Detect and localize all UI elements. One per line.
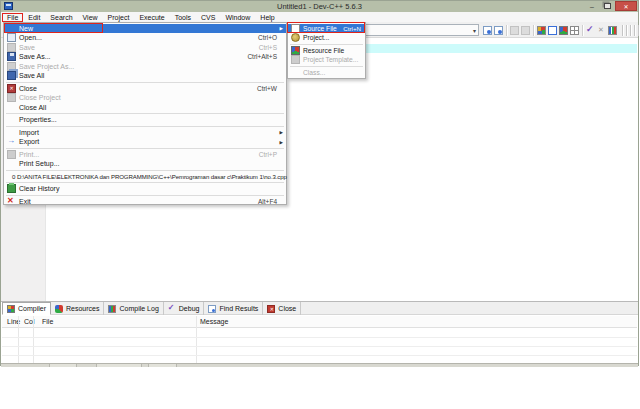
package-icon[interactable] [570,26,579,35]
tab-label: Resources [66,305,99,312]
menu-project[interactable]: Project [103,13,135,22]
compiler-table-header: Line Col File Message [2,316,637,328]
tab-find-results[interactable]: Find Results [204,302,263,315]
menu-item-save-all[interactable]: Save All [4,71,286,81]
find-results-tab-icon [208,305,216,313]
menu-item-close-project: Close Project [4,93,286,103]
project-icon [291,33,300,42]
menu-item-save-as[interactable]: Save As... Ctrl+Alt+S [4,52,286,62]
menu-item-new[interactable]: New [4,24,286,34]
tab-resources[interactable]: Resources [51,302,104,315]
restore-button[interactable] [601,1,613,11]
menu-item-clear-history[interactable]: Clear History [4,184,286,194]
menu-item-print: Print... Ctrl+P [4,150,286,160]
row-divider [2,346,637,347]
debug-tab-icon [168,305,176,313]
toolbar-separator [506,25,507,36]
menu-edit[interactable]: Edit [23,13,45,22]
menu-file[interactable]: File [2,13,23,22]
close-file-icon [7,84,16,93]
export-arrow-icon [7,137,16,146]
resource-file-icon [291,46,300,55]
submenu-item-class: Class... [288,68,365,78]
submenu-item-resource-file[interactable]: Resource File [288,46,365,56]
project-template-icon [291,55,300,64]
save-project-icon [7,62,16,71]
menu-item-save: Save Ctrl+S [4,43,286,53]
tab-label: Find Results [219,305,258,312]
menu-item-exit[interactable]: Exit Alt+F4 [4,197,286,207]
menu-item-import[interactable]: Import [4,128,286,138]
devcpp-window: Untitled1 - Dev-C++ 5.6.3 File Edit Sear… [0,0,639,366]
menu-item-close[interactable]: Close Ctrl+W [4,84,286,94]
submenu-item-source-file[interactable]: Source File Ctrl+N [288,24,365,34]
new-file-icon[interactable] [548,26,557,35]
tab-debug[interactable]: Debug [164,302,205,315]
column-file: File [42,318,53,325]
menu-item-print-setup[interactable]: Print Setup... [4,159,286,169]
open-folder-icon [7,33,16,42]
submenu-item-project[interactable]: Project... [288,33,365,43]
menu-item-open[interactable]: Open... Ctrl+O [4,33,286,43]
menu-item-recent-file[interactable]: 0 D:\ANITA FILE\ELEKTRONIKA dan PROGRAMM… [4,172,286,182]
menu-tools[interactable]: Tools [170,13,196,22]
tab-compiler[interactable]: Compiler [2,302,51,315]
tab-label: Close [278,305,296,312]
tab-compile-log[interactable]: Compile Log [104,302,163,315]
compile-log-tab-icon [108,305,116,313]
menu-view[interactable]: View [78,13,103,22]
save-icon [7,43,16,52]
clear-history-icon [7,184,16,193]
submenu-item-project-template: Project Template... [288,55,365,65]
source-file-icon [291,24,300,33]
syntax-check-icon[interactable] [586,26,595,35]
menu-execute[interactable]: Execute [134,13,169,22]
toolbar-buttons [482,24,640,36]
exit-icon [7,197,16,206]
tab-label: Compiler [18,305,46,312]
new-project-icon[interactable] [537,26,546,35]
menu-item-properties[interactable]: Properties... [4,115,286,125]
title-bar[interactable]: Untitled1 - Dev-C++ 5.6.3 [1,1,638,12]
report-tabs: Compiler Resources Compile Log Debug Fin… [2,302,638,315]
status-segment [96,364,142,367]
find-in-files-icon[interactable] [494,26,503,35]
menu-cvs[interactable]: CVS [196,13,220,22]
screen: Untitled1 - Dev-C++ 5.6.3 File Edit Sear… [0,0,640,409]
toolbar-separator [533,25,534,36]
minimize-button[interactable] [586,1,598,11]
new-submenu: Source File Ctrl+N Project... Resource F… [287,22,366,79]
toolbar-grips [622,25,640,36]
menu-window[interactable]: Window [220,13,255,22]
toolbar-separator [582,25,583,36]
status-segment [49,364,77,367]
report-panel: Compiler Resources Compile Log Debug Fin… [1,301,638,363]
status-bar [1,363,638,367]
menu-item-close-all[interactable]: Close All [4,103,286,113]
menu-bar: File Edit Search View Project Execute To… [1,12,638,22]
find-icon[interactable] [483,26,492,35]
menu-item-save-project-as: Save Project As... [4,62,286,72]
print-icon [7,150,16,159]
window-title: Untitled1 - Dev-C++ 5.6.3 [1,2,638,11]
profile-chart-icon[interactable] [608,26,617,35]
row-divider [2,337,637,338]
close-button[interactable] [615,1,637,11]
close-project-icon [7,93,16,102]
disabled-tool-icon [521,26,530,35]
disabled-tool-icon [510,26,519,35]
close-tab-icon [267,305,275,313]
file-menu-dropdown: New Open... Ctrl+O Save Ctrl+S Save As..… [3,22,287,205]
save-as-icon [7,52,16,61]
resource-icon[interactable] [559,26,568,35]
row-divider [2,355,637,356]
abort-icon [597,26,606,35]
status-segment [148,364,177,367]
column-message: Message [200,318,228,325]
tab-close[interactable]: Close [263,302,301,315]
menu-help[interactable]: Help [255,13,279,22]
menu-item-export[interactable]: Export [4,137,286,147]
tab-label: Compile Log [119,305,158,312]
menu-search[interactable]: Search [45,13,77,22]
tab-label: Debug [179,305,200,312]
